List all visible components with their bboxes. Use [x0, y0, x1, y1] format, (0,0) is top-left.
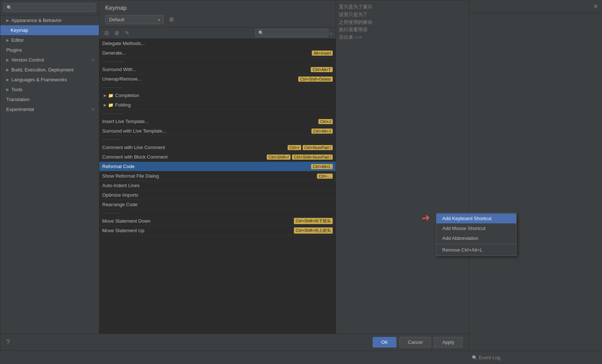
sidebar-search-input[interactable]: [3, 3, 96, 12]
settings-dialog: ▶ Appearance & Behavior Keymap ▶ Editor …: [0, 0, 469, 351]
table-row[interactable]: Surround With... Ctrl+Alt+T: [99, 65, 336, 74]
shortcut-badge: Ctrl+Shift+NumPad /: [292, 155, 333, 160]
row-label: Reformat Code: [102, 164, 311, 169]
sidebar-item-languages[interactable]: ▶ Languages & Frameworks: [0, 75, 99, 85]
separator-row: ------------: [99, 209, 336, 216]
table-row-folding[interactable]: ▶ 📁 Folding: [99, 100, 336, 110]
keymap-select-wrapper: Default ▼: [105, 15, 164, 24]
sidebar-item-appearance[interactable]: ▶ Appearance & Behavior: [0, 15, 99, 25]
expand-icon: ▶: [102, 103, 108, 107]
shortcut-badge: Ctrl+Shift+向上箭头: [294, 227, 333, 234]
table-row[interactable]: Surround with Live Template... Ctrl+Alt+…: [99, 126, 336, 136]
separator-label: -----------: [102, 137, 120, 142]
search-input[interactable]: [255, 29, 328, 37]
table-row-reformat-code[interactable]: Reformat Code Ctrl+Alt+L: [99, 162, 336, 171]
table-row-completion[interactable]: ▶ 📁 Completion: [99, 91, 336, 100]
row-label: Show Reformat File Dialog: [102, 173, 317, 179]
expand-arrow-icon: ▶: [6, 88, 9, 92]
cancel-button[interactable]: Cancel: [399, 337, 431, 348]
dialog-body: ▶ Appearance & Behavior Keymap ▶ Editor …: [0, 0, 469, 334]
separator-row: -----------: [99, 136, 336, 143]
shortcut-badge: Alt+Insert: [312, 51, 333, 56]
folder-icon: 📁: [108, 93, 114, 98]
table-row[interactable]: Unwrap/Remove... Ctrl+Shift+Delete: [99, 74, 336, 84]
edit-button[interactable]: ✎: [123, 29, 132, 37]
dialog-footer: ? OK Cancel Apply: [0, 334, 469, 350]
keymap-header: Keymap Default ▼ ⚙: [99, 0, 336, 27]
right-panel: 置只是为了展示 设置只是为了 之所使用的驱动 执行器重用语 示出来 —>: [336, 0, 469, 334]
separator-label: ------------: [102, 210, 121, 216]
ok-button[interactable]: OK: [373, 337, 396, 348]
keymap-controls: Default ▼ ⚙: [105, 15, 330, 24]
separator-row: -------------: [99, 84, 336, 91]
expand-arrow-icon: ▶: [6, 18, 9, 22]
sidebar-item-label: Tools: [11, 87, 22, 92]
separator-row: -------------: [99, 58, 336, 65]
event-log-bar[interactable]: 🔍 Event Log: [469, 351, 602, 364]
context-menu-item-add-mouse-shortcut[interactable]: Add Mouse Shortcut: [436, 223, 516, 233]
sidebar-item-label: Experimental: [6, 107, 34, 112]
table-row[interactable]: Delegate Methods...: [99, 39, 336, 48]
expand-icon: ▶: [102, 93, 108, 97]
shortcut-badge: Ctrl+Shift+向下箭头: [294, 218, 333, 224]
table-row[interactable]: Show Reformat File Dialog Ctrl+...: [99, 171, 336, 181]
context-menu-item-add-abbreviation[interactable]: Add Abbreviation: [436, 233, 516, 243]
table-row[interactable]: Move Statement Up Ctrl+Shift+向上箭头: [99, 226, 336, 235]
context-menu-item-remove[interactable]: Remove Ctrl+Alt+L: [436, 245, 516, 255]
sidebar-item-label: Build, Execution, Deployment: [11, 67, 74, 73]
table-row[interactable]: Comment with Block Comment Ctrl+Shift+/ …: [99, 152, 336, 162]
gear-button[interactable]: ⚙: [167, 15, 176, 24]
context-menu-label: Add Mouse Shortcut: [442, 226, 485, 231]
shortcut-badge: Ctrl+Alt+T: [311, 67, 333, 72]
sidebar-item-plugins[interactable]: Plugins: [0, 45, 99, 55]
shortcut-badges: Ctrl+J: [318, 119, 333, 124]
sidebar: ▶ Appearance & Behavior Keymap ▶ Editor …: [0, 0, 99, 334]
keymap-select[interactable]: Default: [105, 15, 164, 24]
table-row[interactable]: Auto-Indent Lines: [99, 181, 336, 190]
shortcut-badges: Ctrl+...: [317, 174, 333, 179]
table-row[interactable]: Optimize Imports: [99, 190, 336, 200]
sidebar-item-tools[interactable]: ▶ Tools: [0, 85, 99, 94]
expand-arrow-icon: ▶: [6, 78, 9, 82]
sidebar-item-translation[interactable]: Translation: [0, 94, 99, 104]
context-menu-separator: [436, 244, 516, 244]
table-row[interactable]: Comment with Line Comment Ctrl+/ Ctrl+Nu…: [99, 143, 336, 152]
table-row[interactable]: Move Statement Down Ctrl+Shift+向下箭头: [99, 216, 336, 226]
shortcut-badge: Ctrl+Shift+/: [267, 155, 291, 160]
shortcut-badge: Ctrl+J: [318, 119, 333, 124]
shortcut-badges: Ctrl+Alt+L: [311, 164, 333, 169]
collapse-all-button[interactable]: ⊟: [102, 29, 111, 37]
expand-arrow-icon: ▶: [6, 68, 9, 72]
sidebar-item-label: Appearance & Behavior: [11, 18, 62, 23]
apply-button[interactable]: Apply: [434, 337, 463, 348]
row-label: Auto-Indent Lines: [102, 183, 333, 188]
table-row[interactable]: Insert Live Template... Ctrl+J: [99, 117, 336, 126]
context-menu: Add Keyboard Shortcut Add Mouse Shortcut…: [436, 212, 517, 256]
expand-arrow-icon: ▶: [6, 38, 9, 42]
close-button[interactable]: ✕: [593, 4, 598, 9]
sidebar-item-editor[interactable]: ▶ Editor: [0, 35, 99, 45]
sidebar-item-version-control[interactable]: ▶ Version Control ⧉: [0, 55, 99, 65]
expand-all-button[interactable]: ⊞: [112, 29, 121, 37]
row-label: Comment with Block Comment: [102, 154, 267, 160]
keymap-toolbar: ⊟ ⊞ ✎ ⌕: [99, 27, 336, 39]
copy-icon-exp: ⧉: [92, 107, 95, 112]
search-options-button[interactable]: ⌕: [330, 30, 333, 36]
separator-label: -------------: [102, 59, 123, 64]
row-label: Rearrange Code: [102, 202, 333, 207]
folder-icon: 📁: [108, 103, 114, 108]
row-label: Completion: [115, 93, 333, 98]
shortcut-badges: Ctrl+Shift+向下箭头: [294, 218, 333, 224]
row-label: Comment with Line Comment: [102, 145, 288, 150]
table-row[interactable]: Generate... Alt+Insert: [99, 48, 336, 58]
context-menu-item-add-keyboard-shortcut[interactable]: Add Keyboard Shortcut: [436, 213, 516, 223]
sidebar-item-label: Translation: [6, 97, 30, 102]
separator-row: -------------: [99, 110, 336, 117]
sidebar-item-experimental[interactable]: Experimental ⧉: [0, 104, 99, 114]
table-row-rearrange[interactable]: Rearrange Code: [99, 200, 336, 209]
separator-label: -------------: [102, 85, 123, 90]
shortcut-badges: Ctrl+Shift+/ Ctrl+Shift+NumPad /: [267, 155, 333, 160]
help-button[interactable]: ?: [6, 338, 10, 346]
sidebar-item-build[interactable]: ▶ Build, Execution, Deployment: [0, 65, 99, 75]
sidebar-item-keymap[interactable]: Keymap: [0, 25, 99, 35]
